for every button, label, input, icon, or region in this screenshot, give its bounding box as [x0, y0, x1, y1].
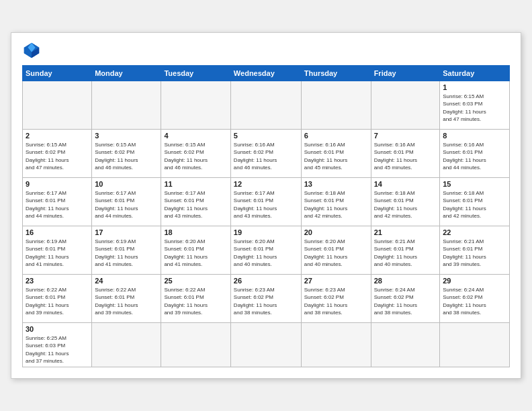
- calendar-cell: 11Sunrise: 6:17 AM Sunset: 6:01 PM Dayli…: [161, 178, 230, 226]
- calendar-cell: 5Sunrise: 6:16 AM Sunset: 6:02 PM Daylig…: [230, 130, 301, 178]
- weekday-monday: Monday: [92, 66, 161, 81]
- day-number: 3: [95, 132, 158, 140]
- weekday-saturday: Saturday: [440, 66, 510, 81]
- calendar-cell: 14Sunrise: 6:18 AM Sunset: 6:01 PM Dayli…: [371, 178, 440, 226]
- day-info: Sunrise: 6:17 AM Sunset: 6:01 PM Dayligh…: [26, 189, 89, 220]
- calendar-cell: 30Sunrise: 6:25 AM Sunset: 6:03 PM Dayli…: [23, 323, 92, 367]
- day-info: Sunrise: 6:17 AM Sunset: 6:01 PM Dayligh…: [234, 189, 298, 220]
- day-number: 21: [374, 228, 437, 236]
- weekday-sunday: Sunday: [23, 66, 92, 81]
- day-number: 7: [374, 132, 437, 140]
- day-info: Sunrise: 6:24 AM Sunset: 6:02 PM Dayligh…: [443, 286, 506, 316]
- day-info: Sunrise: 6:15 AM Sunset: 6:02 PM Dayligh…: [164, 141, 227, 171]
- day-number: 11: [164, 180, 227, 188]
- calendar-header: [22, 41, 510, 60]
- day-info: Sunrise: 6:20 AM Sunset: 6:01 PM Dayligh…: [304, 238, 368, 268]
- day-info: Sunrise: 6:16 AM Sunset: 6:02 PM Dayligh…: [234, 141, 298, 171]
- day-number: 13: [304, 180, 368, 188]
- logo: [22, 41, 44, 60]
- day-info: Sunrise: 6:19 AM Sunset: 6:01 PM Dayligh…: [95, 238, 158, 268]
- weekday-header-row: SundayMondayTuesdayWednesdayThursdayFrid…: [23, 66, 510, 81]
- day-number: 27: [304, 277, 368, 285]
- week-row-5: 23Sunrise: 6:22 AM Sunset: 6:01 PM Dayli…: [23, 275, 510, 323]
- calendar-cell: [92, 81, 161, 130]
- weekday-wednesday: Wednesday: [230, 66, 301, 81]
- week-row-3: 9Sunrise: 6:17 AM Sunset: 6:01 PM Daylig…: [23, 178, 510, 226]
- day-number: 12: [234, 180, 298, 188]
- day-info: Sunrise: 6:18 AM Sunset: 6:01 PM Dayligh…: [304, 189, 368, 220]
- calendar-cell: [230, 81, 301, 130]
- day-number: 17: [95, 228, 158, 236]
- day-number: 28: [374, 277, 437, 285]
- calendar-cell: [301, 323, 371, 367]
- calendar-cell: [371, 81, 440, 130]
- day-info: Sunrise: 6:15 AM Sunset: 6:02 PM Dayligh…: [26, 141, 89, 171]
- day-info: Sunrise: 6:16 AM Sunset: 6:01 PM Dayligh…: [374, 141, 437, 171]
- calendar-cell: 8Sunrise: 6:16 AM Sunset: 6:01 PM Daylig…: [440, 130, 510, 178]
- week-row-1: 1Sunrise: 6:15 AM Sunset: 6:03 PM Daylig…: [23, 81, 510, 130]
- calendar-cell: 2Sunrise: 6:15 AM Sunset: 6:02 PM Daylig…: [23, 130, 92, 178]
- calendar-cell: 19Sunrise: 6:20 AM Sunset: 6:01 PM Dayli…: [230, 226, 301, 275]
- calendar-cell: 22Sunrise: 6:21 AM Sunset: 6:01 PM Dayli…: [440, 226, 510, 275]
- logo-icon: [22, 41, 41, 60]
- day-number: 16: [26, 228, 89, 236]
- day-info: Sunrise: 6:21 AM Sunset: 6:01 PM Dayligh…: [443, 238, 506, 268]
- calendar-cell: 28Sunrise: 6:24 AM Sunset: 6:02 PM Dayli…: [371, 275, 440, 323]
- day-info: Sunrise: 6:21 AM Sunset: 6:01 PM Dayligh…: [374, 238, 437, 268]
- day-number: 30: [26, 325, 89, 333]
- calendar-cell: [161, 323, 230, 367]
- day-number: 8: [443, 132, 506, 140]
- day-info: Sunrise: 6:16 AM Sunset: 6:01 PM Dayligh…: [304, 141, 368, 171]
- calendar-cell: 27Sunrise: 6:23 AM Sunset: 6:02 PM Dayli…: [301, 275, 371, 323]
- calendar-cell: 6Sunrise: 6:16 AM Sunset: 6:01 PM Daylig…: [301, 130, 371, 178]
- weekday-thursday: Thursday: [301, 66, 371, 81]
- day-number: 22: [443, 228, 506, 236]
- calendar-cell: 24Sunrise: 6:22 AM Sunset: 6:01 PM Dayli…: [92, 275, 161, 323]
- week-row-6: 30Sunrise: 6:25 AM Sunset: 6:03 PM Dayli…: [23, 323, 510, 367]
- calendar-cell: 16Sunrise: 6:19 AM Sunset: 6:01 PM Dayli…: [23, 226, 92, 275]
- weekday-tuesday: Tuesday: [161, 66, 230, 81]
- calendar-cell: [371, 323, 440, 367]
- day-info: Sunrise: 6:20 AM Sunset: 6:01 PM Dayligh…: [164, 238, 227, 268]
- calendar-cell: [161, 81, 230, 130]
- calendar-cell: [23, 81, 92, 130]
- day-info: Sunrise: 6:15 AM Sunset: 6:02 PM Dayligh…: [95, 141, 158, 171]
- calendar-table: SundayMondayTuesdayWednesdayThursdayFrid…: [22, 65, 510, 367]
- weekday-friday: Friday: [371, 66, 440, 81]
- day-info: Sunrise: 6:15 AM Sunset: 6:03 PM Dayligh…: [443, 93, 506, 123]
- day-number: 9: [26, 180, 89, 188]
- calendar-cell: 1Sunrise: 6:15 AM Sunset: 6:03 PM Daylig…: [440, 81, 510, 130]
- day-number: 10: [95, 180, 158, 188]
- day-number: 29: [443, 277, 506, 285]
- day-number: 19: [234, 228, 298, 236]
- day-number: 24: [95, 277, 158, 285]
- day-info: Sunrise: 6:18 AM Sunset: 6:01 PM Dayligh…: [374, 189, 437, 220]
- day-info: Sunrise: 6:22 AM Sunset: 6:01 PM Dayligh…: [164, 286, 227, 316]
- calendar-cell: 10Sunrise: 6:17 AM Sunset: 6:01 PM Dayli…: [92, 178, 161, 226]
- day-info: Sunrise: 6:23 AM Sunset: 6:02 PM Dayligh…: [304, 286, 368, 316]
- calendar-cell: 25Sunrise: 6:22 AM Sunset: 6:01 PM Dayli…: [161, 275, 230, 323]
- calendar-cell: [301, 81, 371, 130]
- calendar-cell: 9Sunrise: 6:17 AM Sunset: 6:01 PM Daylig…: [23, 178, 92, 226]
- calendar-cell: 12Sunrise: 6:17 AM Sunset: 6:01 PM Dayli…: [230, 178, 301, 226]
- calendar-cell: 23Sunrise: 6:22 AM Sunset: 6:01 PM Dayli…: [23, 275, 92, 323]
- day-number: 1: [443, 83, 506, 91]
- day-info: Sunrise: 6:18 AM Sunset: 6:01 PM Dayligh…: [443, 189, 506, 220]
- day-number: 5: [234, 132, 298, 140]
- day-info: Sunrise: 6:16 AM Sunset: 6:01 PM Dayligh…: [443, 141, 506, 171]
- day-number: 23: [26, 277, 89, 285]
- day-info: Sunrise: 6:17 AM Sunset: 6:01 PM Dayligh…: [95, 189, 158, 220]
- day-number: 6: [304, 132, 368, 140]
- calendar-cell: 15Sunrise: 6:18 AM Sunset: 6:01 PM Dayli…: [440, 178, 510, 226]
- day-number: 15: [443, 180, 506, 188]
- calendar-cell: 4Sunrise: 6:15 AM Sunset: 6:02 PM Daylig…: [161, 130, 230, 178]
- calendar-cell: 26Sunrise: 6:23 AM Sunset: 6:02 PM Dayli…: [230, 275, 301, 323]
- day-info: Sunrise: 6:25 AM Sunset: 6:03 PM Dayligh…: [26, 334, 89, 365]
- day-info: Sunrise: 6:23 AM Sunset: 6:02 PM Dayligh…: [234, 286, 298, 316]
- calendar-cell: 21Sunrise: 6:21 AM Sunset: 6:01 PM Dayli…: [371, 226, 440, 275]
- calendar-cell: 13Sunrise: 6:18 AM Sunset: 6:01 PM Dayli…: [301, 178, 371, 226]
- day-info: Sunrise: 6:20 AM Sunset: 6:01 PM Dayligh…: [234, 238, 298, 268]
- calendar-cell: 7Sunrise: 6:16 AM Sunset: 6:01 PM Daylig…: [371, 130, 440, 178]
- week-row-4: 16Sunrise: 6:19 AM Sunset: 6:01 PM Dayli…: [23, 226, 510, 275]
- calendar-cell: 3Sunrise: 6:15 AM Sunset: 6:02 PM Daylig…: [92, 130, 161, 178]
